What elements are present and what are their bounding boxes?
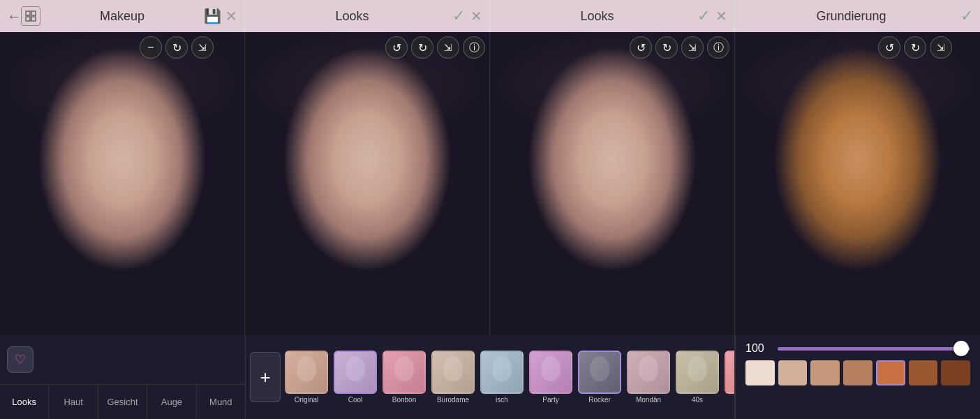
- look-label-40s: 40s: [692, 396, 703, 404]
- look-item-burodame[interactable]: Bürodame: [430, 351, 476, 404]
- grundierung-bottom-panel: 100: [735, 335, 980, 419]
- header3-title: Looks: [497, 9, 697, 24]
- crop-btn-4[interactable]: ⇲: [930, 36, 952, 59]
- header-panel1: ← Makeup 💾 ✕: [0, 0, 245, 32]
- look-label-mondan: Mondän: [636, 396, 661, 404]
- header2-title: Looks: [252, 9, 452, 24]
- undo-btn-4[interactable]: ↺: [878, 36, 900, 59]
- redo-btn-3[interactable]: ↻: [655, 36, 678, 59]
- swatch-4[interactable]: [843, 360, 873, 385]
- redo-btn-2[interactable]: ↻: [411, 36, 433, 59]
- save-icon[interactable]: 💾: [204, 8, 221, 24]
- close-icon-1[interactable]: ✕: [225, 8, 237, 24]
- tab-haut[interactable]: Haut: [49, 385, 98, 419]
- swatch-5[interactable]: [876, 360, 905, 385]
- look-label-burodame: Bürodame: [437, 396, 469, 404]
- look-item-bonbon[interactable]: Bonbon: [381, 351, 427, 404]
- redo-btn-4[interactable]: ↻: [904, 36, 926, 59]
- undo-btn-3[interactable]: ↺: [630, 36, 652, 59]
- crop-btn-1[interactable]: ⇲: [191, 36, 214, 59]
- grid-icon[interactable]: [21, 6, 40, 26]
- look-item-lisch[interactable]: isch: [479, 351, 525, 404]
- panel3-icons: ↺ ↻ ⇲ ⓘ: [630, 36, 729, 59]
- look-label-rocker: Rocker: [588, 396, 611, 404]
- header-panel3: Looks ✓ ✕: [490, 0, 735, 32]
- look-label-lisch: isch: [496, 396, 508, 404]
- opacity-slider-row: 100: [745, 342, 970, 355]
- check-icon-3[interactable]: ✓: [697, 7, 710, 25]
- look-item-rocker[interactable]: Rocker: [577, 351, 623, 404]
- slider-thumb[interactable]: [953, 341, 969, 356]
- swatch-2[interactable]: [778, 360, 808, 385]
- look-item-mondan[interactable]: Mondän: [625, 351, 671, 404]
- look-item-cool[interactable]: Cool: [332, 351, 378, 404]
- tab-looks[interactable]: Looks: [0, 385, 49, 419]
- color-swatches-row: [745, 360, 970, 385]
- look-label-original: Original: [295, 396, 318, 404]
- header-panel4: Grundierung ✓: [735, 0, 980, 32]
- swatch-1[interactable]: [745, 360, 775, 385]
- look-item-pup[interactable]: Püp: [723, 351, 735, 404]
- look-label-bonbon: Bonbon: [392, 396, 416, 404]
- svg-rect-0: [26, 11, 30, 15]
- check-icon-4[interactable]: ✓: [960, 7, 973, 25]
- look-item-party[interactable]: Party: [528, 351, 574, 404]
- undo-btn-2[interactable]: ↺: [385, 36, 408, 59]
- look-label-cool: Cool: [348, 396, 363, 404]
- slider-track[interactable]: [778, 347, 970, 351]
- back-button[interactable]: ←: [7, 8, 21, 24]
- info-btn-3[interactable]: ⓘ: [707, 36, 729, 59]
- redo-btn-1[interactable]: ↻: [165, 36, 188, 59]
- crop-btn-2[interactable]: ⇲: [437, 36, 459, 59]
- crop-btn-3[interactable]: ⇲: [681, 36, 704, 59]
- panel2-icons: ↺ ↻ ⇲ ⓘ: [385, 36, 485, 59]
- close-icon-3[interactable]: ✕: [715, 8, 727, 24]
- svg-rect-1: [31, 11, 36, 15]
- tab-gesicht[interactable]: Gesicht: [98, 385, 147, 419]
- look-label-party: Party: [542, 396, 558, 404]
- header4-title: Grundierung: [742, 9, 960, 24]
- header-panel2: Looks ✓ ✕: [245, 0, 490, 32]
- panel4-icons: ↺ ↻ ⇲: [878, 36, 952, 59]
- bottom-toolbar-panel1: ♡ Looks Haut Gesicht Auge Mund: [0, 335, 245, 419]
- close-icon-2[interactable]: ✕: [470, 8, 482, 24]
- swatch-6[interactable]: [909, 360, 938, 385]
- look-item-original[interactable]: Original: [283, 351, 329, 404]
- info-btn-2[interactable]: ⓘ: [463, 36, 485, 59]
- swatch-3[interactable]: [810, 360, 840, 385]
- svg-rect-3: [31, 17, 36, 21]
- header1-title: Makeup: [40, 9, 204, 24]
- look-item-40s[interactable]: 40s: [674, 351, 720, 404]
- panel1-icons: − ↻ ⇲: [140, 36, 214, 59]
- svg-rect-2: [26, 17, 30, 21]
- swatch-7[interactable]: [941, 360, 970, 385]
- looks-carousel: + Original Cool: [245, 335, 735, 419]
- check-icon-2[interactable]: ✓: [452, 7, 465, 25]
- tab-auge[interactable]: Auge: [147, 385, 196, 419]
- category-tabs: Looks Haut Gesicht Auge Mund: [0, 384, 245, 419]
- tab-mund[interactable]: Mund: [197, 385, 245, 419]
- slider-value: 100: [745, 342, 771, 355]
- minus-btn[interactable]: −: [140, 36, 162, 59]
- add-look-button[interactable]: +: [250, 352, 281, 402]
- heart-button[interactable]: ♡: [7, 346, 34, 373]
